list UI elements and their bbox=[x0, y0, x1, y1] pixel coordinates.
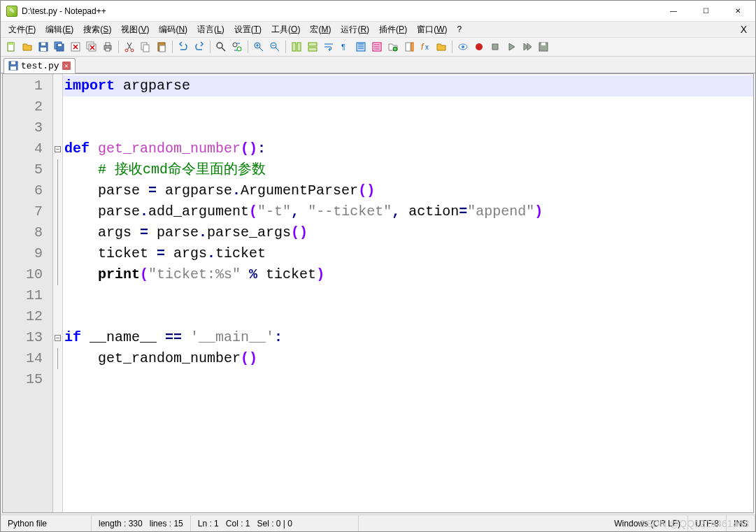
svg-rect-4 bbox=[41, 48, 46, 51]
svg-rect-33 bbox=[406, 43, 411, 51]
zoom-out-icon[interactable] bbox=[267, 39, 283, 55]
close-file-icon[interactable] bbox=[68, 39, 83, 55]
save-icon[interactable] bbox=[36, 39, 51, 55]
toolbar: ¶ fx bbox=[1, 37, 755, 57]
code-line[interactable] bbox=[63, 117, 753, 138]
menu-搜索[interactable]: 搜索(S) bbox=[78, 22, 116, 37]
maximize-button[interactable]: ☐ bbox=[690, 1, 722, 22]
line-number: 5 bbox=[3, 159, 52, 180]
sync-h-icon[interactable] bbox=[305, 39, 320, 55]
status-encoding[interactable]: UTF-8 bbox=[688, 515, 727, 531]
stop-icon[interactable] bbox=[487, 39, 503, 55]
open-file-icon[interactable] bbox=[20, 39, 35, 55]
code-line[interactable]: def get_random_number(): bbox=[63, 138, 753, 159]
code-line[interactable]: import argparse bbox=[63, 76, 753, 96]
code-line[interactable]: if __name__ == '__main__': bbox=[63, 327, 753, 348]
tab-test-py[interactable]: test.py ✕ bbox=[3, 58, 76, 73]
menu-宏[interactable]: 宏(M) bbox=[305, 22, 336, 37]
code-line[interactable]: parse.add_argument("-t", "--ticket", act… bbox=[63, 201, 753, 222]
copy-icon[interactable] bbox=[138, 39, 153, 55]
play-multi-icon[interactable] bbox=[520, 39, 535, 55]
menu-?[interactable]: ? bbox=[452, 23, 466, 36]
code-line[interactable]: args = parse.parse_args() bbox=[63, 222, 753, 243]
titlebar: ✎ D:\test.py - Notepad++ — ☐ ✕ bbox=[1, 1, 755, 22]
svg-rect-12 bbox=[106, 43, 110, 45]
tab-close-icon[interactable]: ✕ bbox=[62, 62, 71, 70]
fold-cell bbox=[53, 117, 62, 138]
indent-guide-icon[interactable] bbox=[353, 39, 369, 55]
new-file-icon[interactable] bbox=[3, 39, 19, 55]
svg-point-38 bbox=[462, 45, 464, 48]
code-line[interactable] bbox=[63, 96, 753, 117]
doc-map-icon[interactable] bbox=[401, 39, 417, 55]
fold-cell[interactable]: − bbox=[53, 327, 62, 348]
close-button[interactable]: ✕ bbox=[722, 1, 754, 22]
minimize-button[interactable]: — bbox=[657, 1, 690, 22]
statusbar: Python file length : 330 lines : 15 Ln :… bbox=[1, 515, 755, 531]
sync-v-icon[interactable] bbox=[289, 39, 304, 55]
folder-doc-icon[interactable] bbox=[385, 39, 401, 55]
undo-icon[interactable] bbox=[176, 39, 191, 55]
code-line[interactable]: get_random_number() bbox=[63, 348, 753, 369]
fold-cell bbox=[53, 96, 62, 117]
menu-窗口[interactable]: 窗口(W) bbox=[412, 22, 452, 37]
print-icon[interactable] bbox=[100, 39, 115, 55]
line-number: 11 bbox=[3, 285, 52, 306]
paste-icon[interactable] bbox=[154, 39, 169, 55]
code-line[interactable] bbox=[63, 306, 753, 327]
code-line[interactable] bbox=[63, 369, 753, 390]
wrap-icon[interactable] bbox=[321, 39, 336, 55]
svg-rect-44 bbox=[11, 62, 15, 64]
code-line[interactable] bbox=[63, 285, 753, 306]
menu-编辑[interactable]: 编辑(E) bbox=[41, 22, 78, 37]
status-eol[interactable]: Windows (CR LF) bbox=[607, 515, 688, 531]
code-line[interactable]: print("ticket:%s" % ticket) bbox=[63, 264, 753, 285]
fold-cell[interactable]: − bbox=[53, 138, 62, 159]
menu-插件[interactable]: 插件(P) bbox=[374, 22, 412, 37]
menu-设置[interactable]: 设置(T) bbox=[229, 22, 266, 37]
fold-cell bbox=[53, 285, 62, 306]
redo-icon[interactable] bbox=[192, 39, 207, 55]
monitor-icon[interactable] bbox=[455, 39, 471, 55]
code-line[interactable]: ticket = args.ticket bbox=[63, 243, 753, 264]
play-icon[interactable] bbox=[504, 39, 519, 55]
fold-cell bbox=[53, 180, 62, 201]
svg-text:f: f bbox=[421, 42, 425, 52]
line-number: 15 bbox=[3, 369, 52, 390]
svg-rect-27 bbox=[308, 43, 317, 46]
menu-运行[interactable]: 运行(R) bbox=[336, 22, 374, 37]
line-number: 8 bbox=[3, 222, 52, 243]
menu-close-x[interactable]: X bbox=[735, 24, 753, 35]
svg-rect-45 bbox=[10, 66, 16, 70]
status-insert-mode[interactable]: INS bbox=[727, 515, 755, 531]
fold-minus-icon: − bbox=[55, 335, 61, 341]
line-number: 13 bbox=[3, 327, 52, 348]
save-macro-icon[interactable] bbox=[536, 39, 551, 55]
code-line[interactable]: parse = argparse.ArgumentParser() bbox=[63, 180, 753, 201]
code-area[interactable]: import argparsedef get_random_number(): … bbox=[63, 74, 753, 512]
menu-文件[interactable]: 文件(F) bbox=[3, 22, 41, 37]
func-list-icon[interactable]: fx bbox=[418, 39, 433, 55]
find-icon[interactable] bbox=[213, 39, 229, 55]
svg-rect-7 bbox=[58, 44, 62, 46]
fold-cell bbox=[53, 348, 62, 369]
menu-视图[interactable]: 视图(V) bbox=[116, 22, 154, 37]
save-all-icon[interactable] bbox=[52, 39, 67, 55]
line-number: 1 bbox=[3, 76, 52, 96]
fold-cell bbox=[53, 159, 62, 180]
close-all-icon[interactable] bbox=[84, 39, 99, 55]
record-icon[interactable] bbox=[471, 39, 487, 55]
show-all-chars-icon[interactable]: ¶ bbox=[337, 39, 352, 55]
menu-编码[interactable]: 编码(N) bbox=[154, 22, 192, 37]
svg-point-39 bbox=[476, 43, 483, 50]
zoom-in-icon[interactable] bbox=[251, 39, 266, 55]
folder-workspace-icon[interactable] bbox=[434, 39, 449, 55]
udl-icon[interactable] bbox=[369, 39, 385, 55]
cut-icon[interactable] bbox=[122, 39, 137, 55]
menu-语言[interactable]: 语言(L) bbox=[192, 22, 229, 37]
menu-工具[interactable]: 工具(O) bbox=[266, 22, 305, 37]
code-line[interactable]: # 接收cmd命令里面的参数 bbox=[63, 159, 753, 180]
toolbar-separator bbox=[210, 41, 211, 53]
line-number-gutter: 123456789101112131415 bbox=[3, 74, 53, 512]
replace-icon[interactable] bbox=[229, 39, 245, 55]
